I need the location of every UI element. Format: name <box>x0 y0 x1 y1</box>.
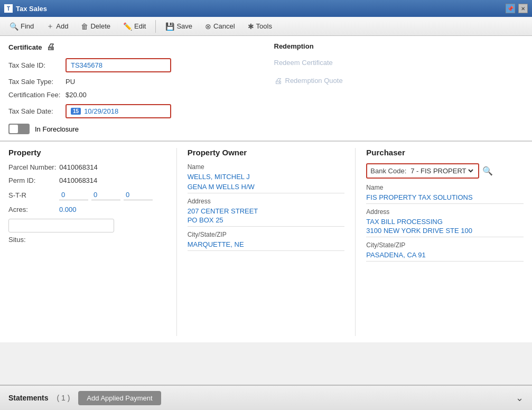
foreclosure-label: In Foreclosure <box>35 125 79 133</box>
purchaser-city-state-zip-label: City/State/ZIP <box>366 241 524 249</box>
str-r-input[interactable] <box>124 190 153 200</box>
tools-button[interactable]: ✱ Tools <box>242 20 277 33</box>
top-section: Certificate 🖨 Tax Sale ID: TS345678 Tax … <box>0 36 532 142</box>
cert-fee-row: Certification Fee: $20.00 <box>8 91 258 99</box>
delete-button[interactable]: 🗑 Delete <box>76 20 116 33</box>
purchaser-addr-1: TAX BILL PROCESSING <box>366 218 524 226</box>
bank-code-field: Bank Code: 7 - FIS PROPERT <box>366 163 479 179</box>
find-icon: 🔍 <box>10 22 18 31</box>
tax-sale-type-row: Tax Sale Type: PU <box>8 78 258 86</box>
expand-button[interactable]: ⌄ <box>516 392 524 404</box>
cert-fee-value: $20.00 <box>66 91 87 99</box>
str-s-input[interactable] <box>59 190 88 200</box>
property-heading: Property <box>8 148 166 157</box>
tools-icon: ✱ <box>248 22 254 31</box>
app-icon: T <box>4 4 13 13</box>
parcel-label: Parcel Number: <box>8 163 56 171</box>
parcel-value: 0410068314 <box>59 163 97 171</box>
toolbar: 🔍 Find ＋ Add 🗑 Delete ✏️ Edit 💾 Save ⊗ C… <box>0 17 532 36</box>
bottom-section: Property Parcel Number: 0410068314 Perm … <box>0 142 532 342</box>
purchaser-name-label: Name <box>366 184 524 191</box>
certificate-header: Certificate 🖨 <box>8 42 258 52</box>
situs-row: Situs: <box>8 236 166 244</box>
redeem-cert-label: Redeem Certificate <box>274 59 333 67</box>
close-button[interactable]: ✕ <box>518 4 528 13</box>
print-icon[interactable]: 🖨 <box>46 42 55 52</box>
add-button[interactable]: ＋ Add <box>41 20 73 33</box>
redemption-section: Redemption Redeem Certificate 🖨 Redempti… <box>258 42 524 134</box>
situs-label: Situs: <box>8 236 56 244</box>
window-title: Tax Sales <box>16 5 502 13</box>
tax-sale-date-label: Tax Sale Date: <box>8 107 61 115</box>
tax-sale-id-field[interactable]: TS345678 <box>66 58 171 72</box>
owner-heading: Property Owner <box>188 148 345 157</box>
edit-button[interactable]: ✏️ Edit <box>118 20 151 33</box>
owner-name-1[interactable]: WELLS, MITCHEL J <box>188 173 345 181</box>
purchaser-name-value: FIS PROPERTY TAX SOLUTIONS <box>366 193 524 201</box>
owner-column: Property Owner Name WELLS, MITCHEL J GEN… <box>177 148 356 336</box>
bank-code-label: Bank Code: <box>370 167 406 175</box>
tax-sale-id-label: Tax Sale ID: <box>8 61 61 69</box>
tax-sale-date-row: Tax Sale Date: 15 10/29/2018 <box>8 104 258 118</box>
acres-row: Acres: 0.000 <box>8 206 166 213</box>
acres-value: 0.000 <box>59 206 77 213</box>
certificate-section: Certificate 🖨 Tax Sale ID: TS345678 Tax … <box>8 42 258 134</box>
bank-code-search-button[interactable]: 🔍 <box>482 166 493 176</box>
tax-sale-id-row: Tax Sale ID: TS345678 <box>8 58 258 72</box>
pin-button[interactable]: 📌 <box>506 4 515 13</box>
purchaser-column: Purchaser Bank Code: 7 - FIS PROPERT 🔍 N… <box>356 148 524 336</box>
perm-id-label: Perm ID: <box>8 176 56 184</box>
owner-name-2[interactable]: GENA M WELLS H/W <box>188 183 345 191</box>
purchaser-addr-2: 3100 NEW YORK DRIVE STE 100 <box>366 227 524 235</box>
statements-count: ( 1 ) <box>57 394 70 402</box>
tax-sale-type-label: Tax Sale Type: <box>8 78 61 86</box>
cert-fee-label: Certification Fee: <box>8 91 61 99</box>
cancel-button[interactable]: ⊗ Cancel <box>200 20 240 33</box>
bank-code-select[interactable]: 7 - FIS PROPERT <box>408 166 475 175</box>
cancel-icon: ⊗ <box>205 22 211 31</box>
owner-city-state-zip: MARQUETTE, NE <box>188 240 345 248</box>
toolbar-divider <box>155 20 156 33</box>
perm-id-value: 0410068314 <box>59 176 97 184</box>
edit-icon: ✏️ <box>123 22 132 31</box>
purchaser-city-state-zip: PASADENA, CA 91 <box>366 251 524 259</box>
tax-sale-type-value: PU <box>66 78 75 86</box>
redemption-header: Redemption <box>274 42 524 50</box>
redemption-quote-button[interactable]: 🖨 Redemption Quote <box>274 74 343 87</box>
redeem-certificate-button[interactable]: Redeem Certificate <box>274 57 333 69</box>
foreclosure-toggle[interactable] <box>8 124 30 134</box>
owner-city-state-zip-label: City/State/ZIP <box>188 231 345 238</box>
parcel-row: Parcel Number: 0410068314 <box>8 163 166 171</box>
bank-code-row: Bank Code: 7 - FIS PROPERT 🔍 <box>366 163 524 179</box>
find-button[interactable]: 🔍 Find <box>4 20 39 33</box>
str-t-input[interactable] <box>91 190 120 200</box>
delete-icon: 🗑 <box>81 22 88 31</box>
str-row: S-T-R <box>8 190 166 200</box>
tax-sale-date-field[interactable]: 15 10/29/2018 <box>66 104 171 118</box>
owner-address-label: Address <box>188 198 345 205</box>
redemption-quote-label: Redemption Quote <box>285 77 343 85</box>
situs-input[interactable] <box>8 219 114 232</box>
date-value: 10/29/2018 <box>84 107 118 115</box>
footer-bar: Statements ( 1 ) Add Applied Payment ⌄ <box>0 385 532 410</box>
purchaser-address-label: Address <box>366 208 524 216</box>
calendar-icon[interactable]: 15 <box>71 108 81 115</box>
toggle-knob <box>10 125 18 133</box>
owner-addr-1: 207 CENTER STREET <box>188 207 345 215</box>
statements-label: Statements <box>8 394 48 402</box>
add-icon: ＋ <box>46 22 54 31</box>
purchaser-heading: Purchaser <box>366 148 524 157</box>
owner-addr-2: PO BOX 25 <box>188 216 345 224</box>
owner-name-label: Name <box>188 163 345 171</box>
title-bar: T Tax Sales 📌 ✕ <box>0 0 532 17</box>
foreclosure-row: In Foreclosure <box>8 124 258 134</box>
print-quote-icon: 🖨 <box>274 76 282 85</box>
acres-label: Acres: <box>8 206 56 213</box>
perm-id-row: Perm ID: 0410068314 <box>8 176 166 184</box>
save-icon: 💾 <box>165 22 174 31</box>
str-label: S-T-R <box>8 191 56 199</box>
add-payment-button[interactable]: Add Applied Payment <box>78 391 161 405</box>
property-column: Property Parcel Number: 0410068314 Perm … <box>8 148 177 336</box>
save-button[interactable]: 💾 Save <box>160 20 198 33</box>
